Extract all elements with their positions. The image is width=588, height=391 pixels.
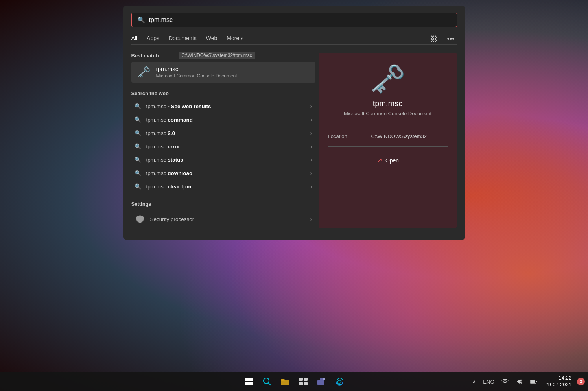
taskbar: ∧ ENG	[0, 372, 588, 391]
tab-web[interactable]: Web	[206, 33, 218, 44]
filter-tabs: All Apps Documents Web More ▾ ⛓ •••	[131, 33, 457, 45]
wifi-button[interactable]	[499, 378, 511, 385]
web-item-arrow-0: ›	[310, 103, 312, 109]
settings-item-label: Security processor	[150, 216, 310, 222]
teams-button[interactable]	[313, 373, 330, 390]
svg-rect-14	[536, 381, 537, 382]
svg-point-9	[320, 378, 323, 381]
svg-rect-7	[304, 382, 308, 385]
svg-point-10	[323, 378, 325, 380]
chevron-up-icon: ∧	[472, 379, 476, 384]
web-item-text-0: tpm.msc - See web results	[146, 103, 310, 109]
share-icon[interactable]: ⛓	[428, 34, 440, 44]
language-label: ENG	[483, 379, 494, 385]
web-item-arrow-2: ›	[310, 130, 312, 136]
security-processor-icon	[135, 214, 146, 225]
start-button[interactable]	[241, 373, 257, 390]
svg-rect-6	[299, 382, 303, 385]
open-label: Open	[385, 157, 399, 164]
clock-date: 29-07-2021	[546, 382, 572, 388]
taskbar-center	[241, 373, 348, 390]
svg-rect-5	[304, 378, 308, 381]
taskbar-right: ∧ ENG	[470, 374, 585, 389]
open-external-icon: ↗	[376, 156, 382, 165]
left-panel: Best match C:\WINDOWS\system32\tpm.msc 🗝…	[131, 53, 315, 228]
svg-rect-4	[299, 378, 303, 381]
volume-button[interactable]	[513, 378, 525, 385]
edge-button[interactable]	[331, 373, 348, 390]
tab-documents[interactable]: Documents	[169, 33, 197, 44]
web-item-text-4: tpm.msc status	[146, 157, 310, 163]
search-panel: 🔍 All Apps Documents Web More ▾ ⛓ ••• Be…	[123, 6, 465, 240]
chevron-down-icon: ▾	[241, 36, 243, 41]
web-search-title: Search the web	[131, 90, 315, 96]
settings-item-arrow: ›	[310, 216, 312, 222]
tab-all[interactable]: All	[131, 33, 138, 44]
web-item-2[interactable]: 🔍 tpm.msc 2.0 ›	[131, 126, 315, 140]
web-search-icon-5: 🔍	[135, 170, 142, 176]
clock[interactable]: 14:22 29-07-2021	[542, 374, 575, 389]
web-item-text-3: tpm.msc error	[146, 144, 310, 149]
more-options-icon[interactable]: •••	[445, 34, 457, 44]
web-item-6[interactable]: 🔍 tpm.msc clear tpm ›	[131, 180, 315, 193]
web-item-arrow-6: ›	[310, 183, 312, 190]
right-panel-subtitle: Microsoft Common Console Document	[344, 111, 431, 116]
best-match-item-subtitle: Microsoft Common Console Document	[156, 73, 237, 79]
web-search-icon-2: 🔍	[135, 130, 142, 136]
task-view-button[interactable]	[295, 373, 312, 390]
right-panel-title: tpm.msc	[373, 99, 403, 108]
web-item-5[interactable]: 🔍 tpm.msc download ›	[131, 166, 315, 180]
web-search-icon-3: 🔍	[135, 143, 142, 149]
right-panel-divider	[328, 126, 448, 126]
web-search-icon-1: 🔍	[135, 116, 142, 123]
web-item-arrow-1: ›	[310, 116, 312, 123]
search-bar: 🔍	[131, 13, 457, 27]
web-item-text-5: tpm.msc download	[146, 170, 310, 176]
right-panel-location-row: Location C:\WINDOWS\system32	[328, 133, 448, 139]
best-match-item-text: tpm.msc Microsoft Common Console Documen…	[156, 66, 237, 79]
settings-item-security-processor[interactable]: Security processor ›	[131, 210, 315, 228]
location-value: C:\WINDOWS\system32	[371, 133, 427, 139]
location-label: Location	[328, 133, 371, 139]
clock-time: 14:22	[546, 375, 572, 382]
web-item-arrow-4: ›	[310, 157, 312, 163]
taskbar-search-button[interactable]	[259, 373, 275, 390]
web-item-0[interactable]: 🔍 tpm.msc - See web results ›	[131, 100, 315, 113]
file-explorer-button[interactable]	[277, 373, 293, 390]
right-panel: 🗝️ tpm.msc Microsoft Common Console Docu…	[319, 53, 457, 228]
web-item-4[interactable]: 🔍 tpm.msc status ›	[131, 153, 315, 166]
right-panel-icon: 🗝️	[370, 65, 406, 93]
windows-logo-icon	[245, 378, 253, 385]
settings-section: Settings Security processor ›	[131, 201, 315, 228]
web-search-section: Search the web 🔍 tpm.msc - See web resul…	[131, 90, 315, 193]
web-search-icon-0: 🔍	[135, 103, 142, 109]
svg-point-11	[504, 384, 505, 384]
web-item-text-6: tpm.msc clear tpm	[146, 184, 310, 190]
web-item-arrow-3: ›	[310, 143, 312, 149]
web-item-1[interactable]: 🔍 tpm.msc command ›	[131, 113, 315, 126]
best-match-item[interactable]: C:\WINDOWS\system32\tpm.msc 🗝️ tpm.msc M…	[131, 62, 315, 83]
search-input[interactable]	[149, 17, 451, 24]
language-indicator[interactable]: ENG	[481, 378, 496, 385]
web-item-3[interactable]: 🔍 tpm.msc error ›	[131, 140, 315, 153]
best-match-item-name: tpm.msc	[156, 66, 237, 72]
svg-rect-13	[531, 380, 535, 383]
search-icon: 🔍	[137, 16, 145, 24]
svg-line-1	[268, 383, 271, 385]
battery-button[interactable]	[527, 378, 540, 385]
settings-section-title: Settings	[131, 201, 315, 207]
tab-more[interactable]: More ▾	[227, 33, 243, 44]
open-button[interactable]: ↗ Open	[376, 154, 399, 167]
web-search-icon-6: 🔍	[135, 183, 142, 190]
content-area: Best match C:\WINDOWS\system32\tpm.msc 🗝…	[131, 53, 457, 228]
svg-rect-2	[281, 380, 289, 385]
tpm-msc-icon: 🗝️	[137, 67, 151, 78]
best-match-tooltip: C:\WINDOWS\system32\tpm.msc	[179, 52, 255, 59]
web-item-text-1: tpm.msc command	[146, 117, 310, 123]
tab-apps[interactable]: Apps	[147, 33, 159, 44]
system-tray-expand[interactable]: ∧	[470, 378, 478, 385]
right-panel-divider2	[328, 146, 448, 147]
svg-rect-8	[317, 380, 324, 385]
filter-tabs-right: ⛓ •••	[428, 34, 457, 44]
notification-badge[interactable]: 3	[577, 378, 585, 385]
